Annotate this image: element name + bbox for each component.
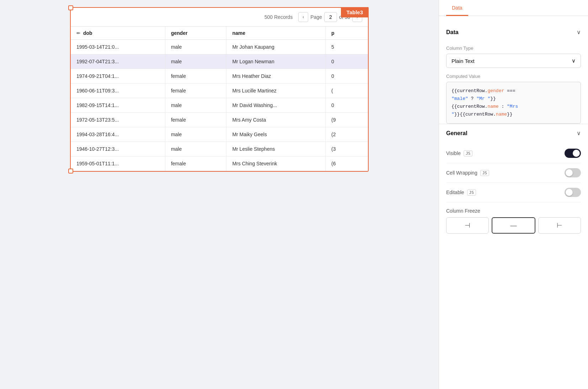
code-span-4: "male" [451,96,468,101]
editable-text: Editable [446,190,464,195]
cell-wrapping-row: Cell Wrapping JS [446,163,581,183]
cell-p-7: (3 [326,142,368,156]
table-row[interactable]: 1974-09-21T04:1...femaleMrs Heather Diaz… [71,69,368,84]
cell-gender-4: male [165,98,226,113]
code-span-13: }}{{currentRow. [454,112,496,117]
general-section-chevron: ∨ [577,130,581,137]
cell-name-4: Mr David Washing... [226,98,326,113]
code-span-14: name [496,112,507,117]
cell-dob-0: 1995-03-14T21:0... [71,40,165,54]
visible-js-badge[interactable]: JS [464,150,472,156]
table-label: Table3 [341,7,369,17]
column-freeze-label: Column Freeze [446,208,581,214]
cell-wrapping-js-badge[interactable]: JS [480,170,489,176]
right-panel-content: Data ∨ Column Type Plain Text ∨ Computed… [439,16,588,241]
freeze-right-button[interactable]: ⊢ [538,217,581,234]
cell-name-3: Mrs Lucille Martinez [226,84,326,98]
computed-value-box[interactable]: {{currentRow.gender === "male" ? "Mr "}}… [446,82,581,124]
cell-dob-4: 1982-09-15T14:1... [71,98,165,113]
cell-name-7: Mr Leslie Stephens [226,142,326,156]
cell-name-6: Mr Maiky Geels [226,127,326,142]
cell-gender-3: female [165,84,226,98]
cell-gender-2: female [165,69,226,84]
table-row[interactable]: 1972-05-13T23:5...femaleMrs Amy Costa(9 [71,113,368,127]
table-row[interactable]: 1994-03-28T16:4...maleMr Maiky Geels(2 [71,127,368,142]
table-toolbar: 500 Records ‹ Page 2 of 50 › [71,8,368,27]
cell-dob-8: 1959-05-01T11:1... [71,156,165,171]
cell-p-5: (9 [326,113,368,127]
data-section-header[interactable]: Data ∨ [446,23,581,40]
cell-dob-5: 1972-05-13T23:5... [71,113,165,127]
cell-p-4: 0 [326,98,368,113]
code-span-12: " [451,112,454,117]
cell-name-0: Mr Johan Kaupang [226,40,326,54]
editable-toggle[interactable] [565,188,581,197]
resize-handle-bottom-left[interactable] [68,169,73,174]
column-type-select[interactable]: Plain Text ∨ [446,54,581,68]
prev-page-button[interactable]: ‹ [298,12,308,22]
left-panel: Table3 500 Records ‹ Page 2 of 50 › ✏ do… [0,0,439,389]
cell-name-5: Mrs Amy Costa [226,113,326,127]
visible-toggle[interactable] [565,149,581,158]
table-row[interactable]: 1995-03-14T21:0...maleMr Johan Kaupang5 [71,40,368,54]
cell-dob-1: 1992-07-04T21:3... [71,54,165,69]
table-row[interactable]: 1982-09-15T14:1...maleMr David Washing..… [71,98,368,113]
cell-p-8: (6 [326,156,368,171]
page-label: Page [310,14,322,20]
column-type-value: Plain Text [451,58,475,64]
code-span-1: {{currentRow. [451,88,487,94]
freeze-center-button[interactable]: — [492,217,535,234]
table-row[interactable]: 1959-05-01T11:1...femaleMrs Ching Stever… [71,156,368,171]
cell-p-0: 5 [326,40,368,54]
freeze-left-button[interactable]: ⊣ [446,217,489,234]
code-span-15: }} [507,112,513,117]
col-header-dob[interactable]: ✏ dob [71,27,165,40]
table-row[interactable]: 1992-07-04T21:3...maleMr Logan Newman0 [71,54,368,69]
col-header-name[interactable]: name [226,27,326,40]
cell-name-2: Mrs Heather Diaz [226,69,326,84]
cell-p-6: (2 [326,127,368,142]
table-row[interactable]: 1960-06-11T09:3...femaleMrs Lucille Mart… [71,84,368,98]
cell-dob-6: 1994-03-28T16:4... [71,127,165,142]
cell-gender-6: male [165,127,226,142]
editable-label: Editable JS [446,190,476,196]
cell-gender-7: male [165,142,226,156]
editable-js-badge[interactable]: JS [467,190,476,196]
cell-dob-7: 1946-10-27T12:3... [71,142,165,156]
code-span-3: === [504,88,515,94]
cell-wrapping-text: Cell Wrapping [446,170,477,176]
resize-handle-top-left[interactable] [68,5,73,10]
visible-text: Visible [446,150,461,156]
visible-row: Visible JS [446,144,581,163]
tab-data[interactable]: Data [446,0,468,16]
cell-gender-5: female [165,113,226,127]
data-section-title: Data [446,29,459,36]
cell-wrapping-toggle[interactable] [565,168,581,177]
computed-value-label: Computed Value [446,74,581,79]
edit-icon: ✏ [76,31,80,36]
code-span-10: : [499,104,507,109]
cell-gender-8: female [165,156,226,171]
code-span-8: {{currentRow. [451,104,487,109]
cell-gender-0: male [165,40,226,54]
col-header-p[interactable]: p [326,27,368,40]
records-count: 500 Records [264,14,293,20]
right-panel-tabs: Data [439,0,588,16]
cell-name-1: Mr Logan Newman [226,54,326,69]
table-row[interactable]: 1946-10-27T12:3...maleMr Leslie Stephens… [71,142,368,156]
column-type-chevron: ∨ [572,58,576,64]
data-section-chevron: ∨ [577,29,581,36]
freeze-buttons: ⊣ — ⊢ [446,217,581,234]
general-section: Visible JS Cell Wrapping JS [446,144,581,234]
col-header-gender[interactable]: gender [165,27,226,40]
general-section-header[interactable]: General ∨ [446,124,581,141]
code-span-7: }} [490,96,496,101]
cell-dob-2: 1974-09-21T04:1... [71,69,165,84]
cell-gender-1: male [165,54,226,69]
visible-toggle-knob [573,150,580,157]
code-span-9: name [487,104,498,109]
cell-p-3: ( [326,84,368,98]
cell-dob-3: 1960-06-11T09:3... [71,84,165,98]
code-span-2: gender [487,88,504,94]
visible-label: Visible JS [446,150,472,156]
